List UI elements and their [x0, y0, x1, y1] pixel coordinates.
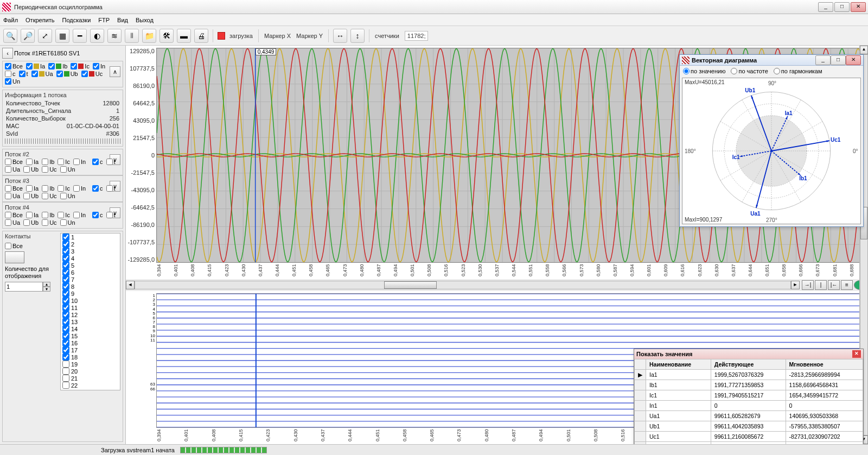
grid-icon[interactable]: ▦	[55, 29, 69, 43]
channel-check[interactable]: Все	[5, 185, 23, 192]
close-button[interactable]: ✕	[851, 2, 866, 12]
channel-check-Ia[interactable]: Ia	[26, 63, 45, 69]
channel-check[interactable]: Uc	[42, 193, 56, 199]
contact-item[interactable]: 19	[61, 361, 120, 368]
contact-item[interactable]: 10	[61, 297, 120, 304]
vector-opt[interactable]: по частоте	[731, 68, 768, 74]
line-icon[interactable]: ━	[73, 29, 87, 43]
nav-menu-icon[interactable]: ≡	[841, 280, 853, 290]
channel-check[interactable]: Ua	[5, 219, 20, 226]
zoom-reset-icon[interactable]: ⤢	[38, 29, 52, 43]
menu-ftp[interactable]: FTP	[98, 17, 110, 23]
values-grid-close-button[interactable]: ✕	[852, 350, 861, 358]
scroll-right-icon[interactable]: ►	[791, 281, 800, 289]
meter-icon[interactable]: ▬	[177, 29, 191, 43]
grid-row[interactable]: Ub199611,4042035893-57955,3385380507	[635, 421, 863, 432]
contacts-all-check[interactable]: Все	[5, 243, 57, 249]
values-grid-window[interactable]: Показать значения ✕ НаименованиеДействую…	[634, 349, 864, 453]
channel-check[interactable]: In	[73, 185, 86, 192]
contact-item[interactable]: 20	[61, 368, 120, 375]
channel-check[interactable]: Ia	[26, 185, 39, 192]
contact-item[interactable]: 16	[61, 339, 120, 346]
channel-check[interactable]: Uc	[42, 219, 56, 226]
contact-item[interactable]: 4	[61, 255, 120, 262]
zoom-in-icon[interactable]: 🔍	[3, 29, 17, 43]
hstrech-icon[interactable]: ↔	[333, 29, 347, 43]
vector-close-button[interactable]: ✕	[846, 55, 861, 65]
contact-item[interactable]: 13	[61, 318, 120, 325]
channel-check[interactable]: Ic	[58, 212, 70, 218]
channel-check[interactable]: t	[106, 185, 116, 192]
channel-check[interactable]: Ic	[58, 159, 70, 165]
vscroll-up-icon[interactable]: ▲	[860, 46, 868, 54]
stop-icon[interactable]	[218, 32, 225, 40]
nav-prev-icon[interactable]: →|	[802, 280, 814, 290]
channel-check-Uc[interactable]: Uc	[81, 71, 103, 77]
channel-check-Ub[interactable]: Ub	[56, 71, 78, 77]
channel-check[interactable]: Un	[60, 166, 75, 173]
channel-check[interactable]: t	[106, 212, 116, 218]
grid-row[interactable]: Ic11991,794055152171654,34599415772	[635, 390, 863, 401]
channel-check[interactable]: t	[106, 159, 116, 165]
channel-check[interactable]: In	[73, 159, 86, 165]
pie-icon[interactable]: ◐	[90, 29, 104, 43]
menu-view[interactable]: Вид	[117, 17, 128, 23]
channel-check[interactable]: Ub	[23, 193, 39, 199]
scroll-track[interactable]	[135, 281, 791, 289]
vstrech-icon[interactable]: ↕	[350, 29, 365, 43]
channel-check[interactable]: Ua	[5, 193, 20, 199]
contact-item[interactable]: 1	[61, 233, 120, 241]
scroll-left-icon[interactable]: ◄	[126, 281, 135, 289]
vector-diagram-window[interactable]: Векторная диаграмма _ □ ✕ по значениюпо …	[679, 54, 864, 227]
contact-item[interactable]: 6	[61, 269, 120, 276]
grid-col[interactable]: Мгновенное	[786, 359, 863, 370]
bars-icon[interactable]: ⫴	[125, 29, 139, 43]
contact-item[interactable]: 3	[61, 248, 120, 255]
channel-check[interactable]: Все	[5, 159, 23, 165]
nav-step-icon[interactable]: |←→|	[815, 280, 827, 290]
vector-opt[interactable]: по гармоникам	[774, 68, 822, 74]
channel-check-Все[interactable]: Все	[5, 63, 23, 69]
print-icon[interactable]: 🖨	[194, 29, 208, 43]
stream1-toggle-button[interactable]: ∧	[110, 66, 120, 77]
channel-check[interactable]: Un	[60, 219, 75, 226]
maximize-button[interactable]: □	[834, 2, 850, 12]
tools-icon[interactable]: 🛠	[159, 29, 174, 43]
marker-y-button[interactable]: Маркер Y	[296, 33, 323, 39]
channel-check[interactable]: Ub	[23, 219, 39, 226]
scroll-thumb[interactable]	[384, 281, 437, 289]
folder-icon[interactable]: 📁	[142, 29, 156, 43]
contacts-qty-spinner[interactable]: ▲▼	[5, 282, 57, 292]
contact-item[interactable]: 8	[61, 283, 120, 290]
channel-check[interactable]: Uc	[42, 166, 56, 173]
channel-check[interactable]: Ic	[58, 185, 70, 192]
contact-item[interactable]: 21	[61, 375, 120, 382]
contact-item[interactable]: 18	[61, 353, 120, 361]
channel-check-Un[interactable]: Un	[5, 78, 20, 85]
contact-item[interactable]: 12	[61, 311, 120, 318]
channel-check-Ua[interactable]: Ua	[31, 71, 53, 77]
channel-check-Ib[interactable]: Ib	[48, 63, 67, 69]
waves-icon[interactable]: ≋	[107, 29, 122, 43]
grid-col[interactable]: Действующее	[711, 359, 786, 370]
minimize-button[interactable]: _	[818, 2, 833, 12]
menu-undock[interactable]: Открепить	[25, 17, 55, 23]
contacts-list[interactable]: 12345678910111213141516171819202122	[60, 233, 120, 390]
contact-item[interactable]: 5	[61, 262, 120, 269]
channel-check[interactable]: Ib	[42, 185, 54, 192]
channel-check[interactable]: Un	[60, 193, 75, 199]
channel-check-с[interactable]: с	[5, 71, 16, 77]
contact-item[interactable]: 11	[61, 304, 120, 311]
zoom-out-icon[interactable]: 🔎	[21, 29, 35, 43]
marker-x-button[interactable]: Маркер X	[264, 33, 291, 39]
channel-check-In[interactable]: In	[93, 63, 105, 69]
channel-check[interactable]: Ia	[26, 212, 39, 218]
vector-minimize-button[interactable]: _	[815, 55, 831, 65]
channel-check-t[interactable]: t	[19, 71, 28, 77]
contacts-qty-input[interactable]	[5, 282, 43, 292]
menu-hints[interactable]: Подсказки	[62, 17, 91, 23]
grid-row[interactable]: ▶Ia11999,52670376329-2813,25966989994	[635, 370, 863, 380]
channel-check[interactable]: Ua	[5, 166, 20, 173]
contact-item[interactable]: 17	[61, 346, 120, 353]
contact-item[interactable]: 9	[61, 290, 120, 297]
